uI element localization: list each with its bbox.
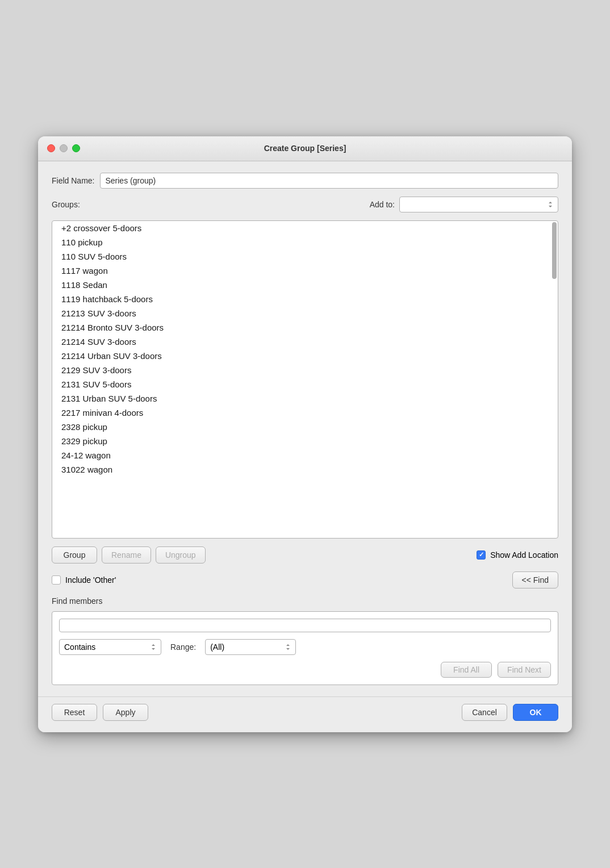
list-item[interactable]: 31022 wagon bbox=[52, 462, 558, 477]
reset-button[interactable]: Reset bbox=[52, 704, 97, 721]
find-members-box: Contains Starts with Ends with Exactly R… bbox=[52, 611, 558, 685]
list-item[interactable]: 2131 SUV 5-doors bbox=[52, 377, 558, 391]
find-options-row: Contains Starts with Ends with Exactly R… bbox=[59, 639, 551, 655]
groups-list[interactable]: +2 crossover 5-doors110 pickup110 SUV 5-… bbox=[52, 220, 558, 539]
title-bar: Create Group [Series] bbox=[38, 136, 572, 161]
field-name-row: Field Name: bbox=[52, 173, 558, 189]
add-to-row: Add to: bbox=[370, 197, 558, 212]
minimize-button[interactable] bbox=[60, 144, 68, 152]
rename-button[interactable]: Rename bbox=[102, 546, 151, 564]
find-search-input[interactable] bbox=[59, 619, 551, 632]
list-item[interactable]: 21214 SUV 3-doors bbox=[52, 335, 558, 349]
field-name-input[interactable] bbox=[100, 173, 558, 189]
traffic-lights bbox=[47, 144, 80, 152]
show-add-location-label: Show Add Location bbox=[490, 550, 558, 560]
list-item[interactable]: 21214 Urban SUV 3-doors bbox=[52, 349, 558, 363]
add-to-select[interactable] bbox=[399, 197, 558, 212]
cancel-button[interactable]: Cancel bbox=[462, 704, 507, 721]
apply-button[interactable]: Apply bbox=[103, 704, 148, 721]
list-item[interactable]: 1118 Sedan bbox=[52, 278, 558, 292]
list-item[interactable]: 2131 Urban SUV 5-doors bbox=[52, 391, 558, 406]
show-add-location-row: Show Add Location bbox=[477, 550, 558, 560]
find-next-button[interactable]: Find Next bbox=[498, 662, 551, 678]
list-item[interactable]: 1117 wagon bbox=[52, 264, 558, 278]
ok-button[interactable]: OK bbox=[513, 704, 558, 721]
include-other-checkbox[interactable] bbox=[52, 575, 61, 585]
list-item[interactable]: 21214 Bronto SUV 3-doors bbox=[52, 320, 558, 335]
maximize-button[interactable] bbox=[72, 144, 80, 152]
include-other-label: Include 'Other' bbox=[65, 575, 116, 585]
bottom-buttons: Reset Apply Cancel OK bbox=[38, 696, 572, 732]
groups-add-row: Groups: Add to: bbox=[52, 197, 558, 212]
find-buttons-row: Find All Find Next bbox=[59, 662, 551, 678]
find-members-label: Find members bbox=[52, 596, 558, 606]
list-item[interactable]: 2217 minivan 4-doors bbox=[52, 406, 558, 420]
range-label: Range: bbox=[170, 642, 196, 652]
group-actions-row: Group Rename Ungroup Show Add Location bbox=[52, 546, 558, 564]
find-toggle-wrapper: << Find bbox=[512, 571, 558, 589]
list-item[interactable]: 24-12 wagon bbox=[52, 448, 558, 462]
window-title: Create Group [Series] bbox=[264, 144, 346, 153]
list-item[interactable]: 110 SUV 5-doors bbox=[52, 249, 558, 264]
contains-select[interactable]: Contains Starts with Ends with Exactly bbox=[59, 639, 161, 655]
content-area: Field Name: Groups: Add to: +2 crossover… bbox=[38, 161, 572, 696]
add-to-label: Add to: bbox=[370, 200, 395, 209]
list-item[interactable]: 2328 pickup bbox=[52, 420, 558, 434]
field-name-label: Field Name: bbox=[52, 176, 94, 185]
find-toggle-button[interactable]: << Find bbox=[512, 571, 558, 589]
find-all-button[interactable]: Find All bbox=[441, 662, 492, 678]
bottom-right-buttons: Cancel OK bbox=[462, 704, 558, 721]
scrollbar[interactable] bbox=[552, 222, 557, 279]
list-item[interactable]: +2 crossover 5-doors bbox=[52, 221, 558, 235]
create-group-window: Create Group [Series] Field Name: Groups… bbox=[38, 136, 572, 732]
find-members-section: Find members Contains Starts with Ends w… bbox=[52, 596, 558, 685]
ungroup-button[interactable]: Ungroup bbox=[156, 546, 206, 564]
list-items-container: +2 crossover 5-doors110 pickup110 SUV 5-… bbox=[52, 221, 558, 477]
list-item[interactable]: 1119 hatchback 5-doors bbox=[52, 292, 558, 306]
close-button[interactable] bbox=[47, 144, 55, 152]
list-item[interactable]: 2129 SUV 3-doors bbox=[52, 363, 558, 377]
list-item[interactable]: 21213 SUV 3-doors bbox=[52, 306, 558, 320]
group-button[interactable]: Group bbox=[52, 546, 97, 564]
list-item[interactable]: 2329 pickup bbox=[52, 434, 558, 448]
show-add-location-checkbox[interactable] bbox=[477, 550, 486, 560]
include-other-row: Include 'Other' << Find bbox=[52, 571, 558, 589]
groups-label: Groups: bbox=[52, 200, 370, 209]
range-select[interactable]: (All) 0-9 A-Z bbox=[205, 639, 296, 655]
list-item[interactable]: 110 pickup bbox=[52, 235, 558, 249]
